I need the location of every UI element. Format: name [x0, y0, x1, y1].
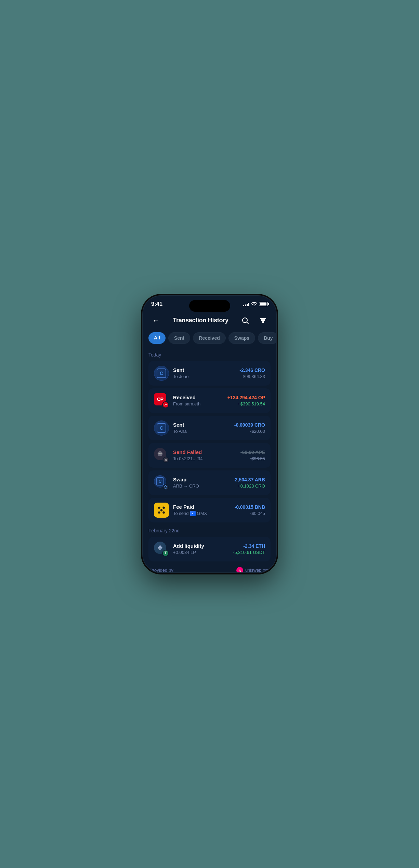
skull-icon: [156, 450, 164, 458]
tab-sent[interactable]: Sent: [168, 332, 190, 344]
bnb-token-icon: [154, 503, 169, 518]
tx-subtitle: To Joao: [173, 374, 235, 379]
svg-line-1: [247, 322, 248, 324]
provider-label: Provided by: [150, 568, 173, 572]
tx-amount-primary: -2,504.37 ARB: [233, 477, 265, 482]
op-token-icon: OP OP: [154, 393, 169, 408]
tx-title: Received: [173, 394, 223, 400]
eth-icon: [157, 544, 163, 551]
svg-rect-9: [160, 508, 163, 511]
search-icon: [241, 317, 249, 324]
svg-rect-11: [158, 511, 160, 514]
back-button[interactable]: ←: [150, 314, 162, 327]
search-button[interactable]: [239, 314, 251, 327]
failed-tx-icon: [154, 448, 169, 463]
wifi-icon: [251, 302, 257, 306]
cro-token-icon: C: [154, 366, 169, 381]
tx-subtitle: From sam.eth: [173, 401, 223, 406]
tx-info: Send Failed To 0×2f21...f34: [173, 449, 236, 461]
swap-arrows-icon: [164, 485, 168, 489]
svg-rect-12: [162, 511, 165, 514]
tx-amount-primary: -2.346 CRO: [239, 367, 265, 373]
tx-amount-secondary: -$0.045: [235, 511, 265, 516]
section-feb22: February 22nd: [148, 525, 271, 537]
tx-info: Add liquidity +0.0034 LP: [173, 543, 229, 555]
transaction-item[interactable]: C Sent To Ana -0.00039 CRO -$20.00: [148, 416, 271, 440]
tx-title: Send Failed: [173, 449, 236, 455]
svg-rect-10: [162, 506, 165, 509]
dynamic-island: [189, 300, 230, 312]
tx-amount-primary: -0.00039 CRO: [234, 422, 265, 428]
transaction-item[interactable]: Send Failed To 0×2f21...f34 -69.69 APE -…: [148, 443, 271, 468]
transaction-item[interactable]: C Swap ARB → CRO -2,504.37 ARB +0.102: [148, 470, 271, 495]
provider-row: Provided by 🦄 uniswap.org: [148, 564, 271, 572]
tx-amounts: -2.346 CRO -$99,364.83: [239, 367, 265, 379]
filter-button[interactable]: [257, 314, 269, 327]
tx-amount-secondary: +$390,519.54: [227, 401, 265, 406]
screen: 9:41 ←: [143, 296, 276, 572]
transaction-item[interactable]: C Sent To Joao -2.346 CRO -$99,364.83: [148, 361, 271, 386]
tx-info: Sent To Ana: [173, 422, 230, 434]
page-title: Transaction History: [173, 317, 228, 324]
filter-tabs: All Sent Received Swaps Buy Se: [143, 332, 276, 349]
gmx-token-icon: ▲: [190, 511, 196, 516]
status-icons: [243, 302, 268, 306]
tx-amounts: -2.34 ETH -5,310.61 USDT: [233, 543, 265, 555]
tab-buy[interactable]: Buy: [258, 332, 276, 344]
tab-swaps[interactable]: Swaps: [228, 332, 255, 344]
tx-amount-primary: -69.69 APE: [240, 450, 265, 455]
tx-amount-primary: +134,294.424 OP: [227, 395, 265, 400]
transaction-item[interactable]: Fee Paid To send ▲ GMX -0.00015 BNB -$0.…: [148, 498, 271, 522]
tx-amount-secondary: -5,310.61 USDT: [233, 550, 265, 555]
swap-icon: C: [154, 475, 169, 490]
cro-token-icon: C: [154, 420, 169, 436]
tx-title: Swap: [173, 477, 229, 482]
tx-info: Received From sam.eth: [173, 394, 223, 406]
tx-amount-secondary: -$20.00: [234, 429, 265, 434]
transaction-item[interactable]: OP OP Received From sam.eth +134,294.424…: [148, 388, 271, 413]
tx-amounts: -0.00015 BNB -$0.045: [235, 504, 265, 516]
signal-icon: [243, 302, 249, 306]
tx-amounts: +134,294.424 OP +$390,519.54: [227, 395, 265, 406]
tx-title: Add liquidity: [173, 543, 229, 549]
phone-frame: 9:41 ←: [142, 295, 277, 573]
tx-title: Fee Paid: [173, 504, 231, 510]
transaction-item[interactable]: T Add liquidity +0.0034 LP -2.34 ETH -5,…: [148, 537, 271, 561]
svg-point-5: [160, 453, 162, 454]
tx-amount-secondary: -$99,364.83: [239, 374, 265, 379]
tx-amount-primary: -0.00015 BNB: [235, 504, 265, 510]
tx-title: Sent: [173, 422, 230, 428]
tx-amount-secondary: -$96.55: [240, 456, 265, 461]
tx-info: Fee Paid To send ▲ GMX: [173, 504, 231, 516]
bnb-logo: [157, 506, 166, 515]
back-arrow-icon: ←: [152, 316, 160, 325]
tab-received[interactable]: Received: [193, 332, 225, 344]
svg-point-4: [158, 453, 160, 454]
battery-icon: [259, 302, 268, 306]
transaction-list[interactable]: Today C Sent To Joao -2.346 CRO -$99,364…: [143, 349, 276, 572]
page-header: ← Transaction History: [143, 310, 276, 332]
uniswap-icon: 🦄: [236, 567, 243, 572]
tx-subtitle: +0.0034 LP: [173, 550, 229, 555]
tx-subtitle: To send ▲ GMX: [173, 511, 231, 516]
tx-title: Sent: [173, 367, 235, 373]
svg-rect-8: [158, 506, 160, 509]
liquidity-icon: T: [154, 542, 169, 557]
tx-subtitle: To 0×2f21...f34: [173, 456, 236, 461]
status-time: 9:41: [151, 301, 162, 308]
tx-amounts: -2,504.37 ARB +0.1028 CRO: [233, 477, 265, 489]
tab-all[interactable]: All: [148, 332, 166, 344]
tx-amounts: -69.69 APE -$96.55: [240, 450, 265, 461]
filter-icon: [260, 317, 266, 324]
tx-subtitle: ARB → CRO: [173, 483, 229, 489]
header-actions: [239, 314, 269, 327]
tx-info: Sent To Joao: [173, 367, 235, 379]
tx-subtitle: To Ana: [173, 429, 230, 434]
tx-amounts: -0.00039 CRO -$20.00: [234, 422, 265, 434]
section-today: Today: [148, 349, 271, 361]
tx-amount-primary: -2.34 ETH: [233, 543, 265, 549]
svg-text:🦄: 🦄: [238, 569, 241, 572]
provider-name: uniswap.org: [245, 568, 269, 572]
tx-info: Swap ARB → CRO: [173, 477, 229, 489]
tx-amount-secondary: +0.1028 CRO: [233, 483, 265, 489]
